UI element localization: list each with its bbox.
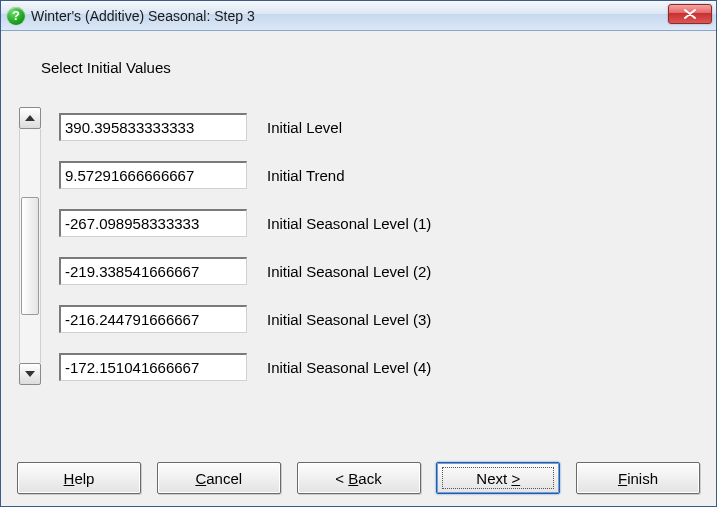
initial-values-list: Initial Level Initial Trend Initial Seas… [59, 103, 696, 391]
chevron-up-icon [25, 115, 35, 121]
row-initial-trend: Initial Trend [59, 151, 696, 199]
input-seasonal-3[interactable] [59, 305, 247, 333]
next-pre: Next [476, 470, 511, 487]
titlebar: ? Winter's (Additive) Seasonal: Step 3 [1, 1, 716, 31]
finish-rest: inish [627, 470, 658, 487]
scroll-up-button[interactable] [19, 107, 41, 129]
client-area: Select Initial Values Initial Level Init… [1, 31, 716, 506]
input-seasonal-2[interactable] [59, 257, 247, 285]
row-seasonal-3: Initial Seasonal Level (3) [59, 295, 696, 343]
button-bar: Help Cancel < Back Next > Finish [1, 462, 716, 494]
back-prefix: < [335, 470, 348, 487]
input-initial-level[interactable] [59, 113, 247, 141]
input-initial-trend[interactable] [59, 161, 247, 189]
row-seasonal-4: Initial Seasonal Level (4) [59, 343, 696, 391]
row-initial-level: Initial Level [59, 103, 696, 151]
chevron-down-icon [25, 371, 35, 377]
label-initial-trend: Initial Trend [267, 167, 345, 184]
help-mnemonic: H [64, 470, 75, 487]
help-icon: ? [7, 7, 25, 25]
scroll-down-button[interactable] [19, 363, 41, 385]
back-rest: ack [358, 470, 381, 487]
label-seasonal-1: Initial Seasonal Level (1) [267, 215, 431, 232]
input-seasonal-1[interactable] [59, 209, 247, 237]
help-button[interactable]: Help [17, 462, 141, 494]
row-seasonal-1: Initial Seasonal Level (1) [59, 199, 696, 247]
scroll-thumb[interactable] [21, 197, 39, 315]
section-label: Select Initial Values [41, 59, 171, 76]
help-rest: elp [74, 470, 94, 487]
label-seasonal-3: Initial Seasonal Level (3) [267, 311, 431, 328]
cancel-mnemonic: C [195, 470, 206, 487]
close-icon [684, 9, 696, 19]
values-scrollbar[interactable] [19, 107, 41, 385]
finish-mnemonic: F [618, 470, 627, 487]
label-seasonal-2: Initial Seasonal Level (2) [267, 263, 431, 280]
cancel-button[interactable]: Cancel [157, 462, 281, 494]
row-seasonal-2: Initial Seasonal Level (2) [59, 247, 696, 295]
back-button[interactable]: < Back [297, 462, 421, 494]
next-button[interactable]: Next > [436, 462, 560, 494]
label-initial-level: Initial Level [267, 119, 342, 136]
scroll-track[interactable] [19, 129, 41, 363]
next-mnemonic: > [511, 470, 520, 487]
finish-button[interactable]: Finish [576, 462, 700, 494]
input-seasonal-4[interactable] [59, 353, 247, 381]
label-seasonal-4: Initial Seasonal Level (4) [267, 359, 431, 376]
close-button[interactable] [668, 4, 712, 24]
window-title: Winter's (Additive) Seasonal: Step 3 [31, 8, 255, 24]
dialog-window: ? Winter's (Additive) Seasonal: Step 3 S… [0, 0, 717, 507]
cancel-rest: ancel [206, 470, 242, 487]
back-mnemonic: B [348, 470, 358, 487]
